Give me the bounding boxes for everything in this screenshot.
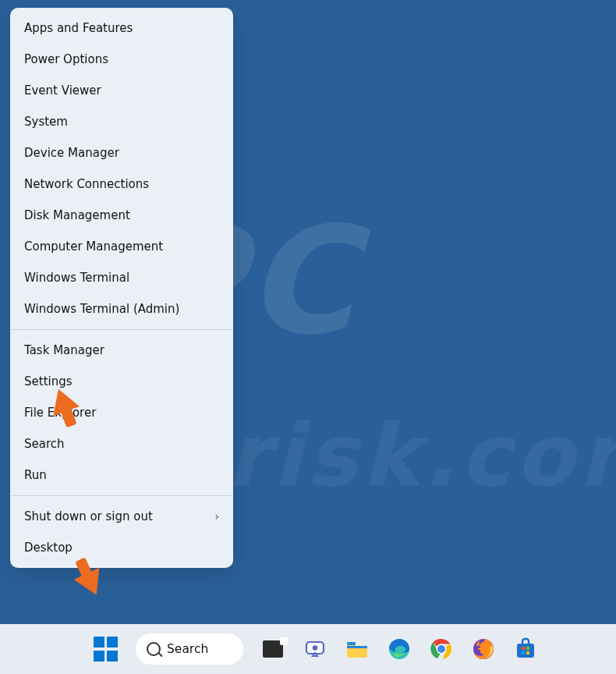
svg-rect-12 xyxy=(522,651,525,654)
menu-separator xyxy=(10,329,233,330)
menu-separator xyxy=(10,495,233,496)
menu-item-shut-down-or-sign-out[interactable]: Shut down or sign out › xyxy=(10,501,233,532)
menu-item-windows-terminal-admin[interactable]: Windows Terminal (Admin) xyxy=(10,293,233,325)
menu-item-label: Device Manager xyxy=(24,146,119,160)
menu-item-label: Computer Management xyxy=(24,239,163,254)
menu-item-event-viewer[interactable]: Event Viewer xyxy=(10,75,233,106)
taskbar: Search xyxy=(0,624,616,674)
svg-point-1 xyxy=(313,645,317,650)
edge-icon xyxy=(388,637,411,661)
chrome-button[interactable] xyxy=(429,637,454,662)
menu-item-label: Run xyxy=(24,468,47,482)
menu-item-settings[interactable]: Settings xyxy=(10,366,233,397)
menu-item-file-explorer[interactable]: File Explorer xyxy=(10,397,233,428)
task-view-icon xyxy=(263,640,283,658)
task-view-button[interactable] xyxy=(260,637,285,662)
menu-item-label: Search xyxy=(24,437,65,451)
chat-icon xyxy=(303,637,327,661)
menu-item-label: Apps and Features xyxy=(24,21,133,35)
menu-item-label: Network Connections xyxy=(24,177,149,191)
menu-item-label: Event Viewer xyxy=(24,83,101,98)
menu-item-label: Windows Terminal (Admin) xyxy=(24,302,179,316)
menu-item-desktop[interactable]: Desktop xyxy=(10,532,233,563)
search-label: Search xyxy=(167,642,208,656)
menu-item-search[interactable]: Search xyxy=(10,428,233,459)
menu-item-label: Disk Management xyxy=(24,208,130,222)
menu-item-system[interactable]: System xyxy=(10,106,233,137)
menu-item-apps-and-features[interactable]: Apps and Features xyxy=(10,12,233,44)
svg-point-7 xyxy=(437,645,445,653)
edge-button[interactable] xyxy=(387,637,412,662)
file-explorer-icon xyxy=(345,637,370,662)
menu-item-label: Windows Terminal xyxy=(24,271,129,285)
chrome-icon xyxy=(430,637,453,661)
menu-item-run[interactable]: Run xyxy=(10,459,233,491)
menu-item-label: Power Options xyxy=(24,52,108,66)
search-icon xyxy=(147,642,161,656)
menu-item-computer-management[interactable]: Computer Management xyxy=(10,231,233,262)
taskbar-search[interactable]: Search xyxy=(136,633,243,665)
menu-item-label: Task Manager xyxy=(24,343,104,357)
firefox-button[interactable] xyxy=(471,637,496,662)
menu-item-label: Shut down or sign out xyxy=(24,509,153,523)
windows-logo-icon xyxy=(94,637,104,647)
svg-rect-11 xyxy=(526,647,529,650)
menu-item-windows-terminal[interactable]: Windows Terminal xyxy=(10,262,233,293)
file-explorer-button[interactable] xyxy=(345,637,370,662)
svg-rect-9 xyxy=(517,644,534,658)
menu-item-network-connections[interactable]: Network Connections xyxy=(10,168,233,200)
svg-rect-13 xyxy=(526,651,529,654)
menu-item-power-options[interactable]: Power Options xyxy=(10,44,233,75)
firefox-icon xyxy=(472,637,495,661)
svg-rect-2 xyxy=(347,646,367,648)
windows-logo-icon xyxy=(94,651,104,662)
menu-item-label: Desktop xyxy=(24,541,73,555)
start-button[interactable] xyxy=(94,637,119,662)
menu-item-label: System xyxy=(24,115,68,129)
winx-context-menu: Apps and Features Power Options Event Vi… xyxy=(10,8,233,568)
menu-item-disk-management[interactable]: Disk Management xyxy=(10,200,233,231)
svg-rect-3 xyxy=(347,642,356,645)
windows-logo-icon xyxy=(107,651,118,662)
menu-item-task-manager[interactable]: Task Manager xyxy=(10,335,233,366)
microsoft-store-icon xyxy=(514,637,537,661)
microsoft-store-button[interactable] xyxy=(513,637,538,662)
menu-item-device-manager[interactable]: Device Manager xyxy=(10,137,233,168)
chat-button[interactable] xyxy=(303,637,327,662)
svg-rect-10 xyxy=(522,647,525,650)
windows-logo-icon xyxy=(107,637,118,647)
chevron-right-icon: › xyxy=(214,510,219,523)
